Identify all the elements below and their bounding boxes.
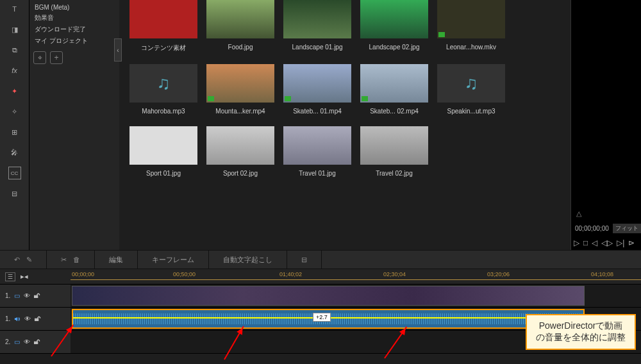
media-item[interactable]: Food.jpg [206,0,274,53]
tree-item[interactable]: ダウンロード完了 [35,24,114,35]
mic-tool-icon[interactable]: 🎤︎ [8,146,21,159]
volume-value: +2.7 [313,313,331,322]
collapse-panel-icon[interactable]: ‹ [114,38,122,62]
grid-tool-icon[interactable]: ⊟ [8,187,21,200]
video-track-icon[interactable]: ▭ [14,338,20,345]
trash-icon[interactable]: 🗑︎ [73,256,80,263]
time-ruler[interactable]: 00;00;00 00;50;00 01;40;02 02;30;04 03;2… [71,269,641,285]
media-item[interactable]: Travel 02.jpg [360,126,428,177]
tool-sidebar: T ◨ ⧉ fx ✦ ✧ ⊞ 🎤︎ CC ⊟ [0,0,29,250]
transcribe-button[interactable]: 自動文字起こし [223,255,272,265]
eye-icon[interactable]: 👁︎ [24,338,30,345]
audio-track-icon[interactable]: 🔊︎ [14,315,21,322]
cc-tool-icon[interactable]: CC [8,167,21,179]
keyframe-button[interactable]: キーフレーム [152,255,194,265]
edit-toolbar: ↶✎ ✂🗑︎ 編集 キーフレーム 自動文字起こし ⊟ [0,250,641,269]
media-item[interactable]: Leonar...how.mkv [437,0,505,53]
eye-icon[interactable]: 👁︎ [24,292,30,299]
text-tool-icon[interactable]: T [8,3,21,15]
media-item[interactable]: Travel 01.jpg [283,126,351,177]
media-item[interactable]: Skateb... 01.mp4 [283,64,351,115]
timecode: 00;00;00;00 [575,225,609,232]
media-item[interactable]: Mounta...ker.mp4 [206,64,274,115]
fit-button[interactable]: フィット [613,224,641,233]
lock-icon[interactable]: 🔓︎ [34,338,40,345]
media-item[interactable]: Skateb... 02.mp4 [360,64,428,115]
tree-item[interactable]: 効果音 [35,12,114,24]
media-item[interactable]: Landscape 01.jpg [283,0,351,53]
video-track-icon[interactable]: ▭ [14,292,20,299]
media-tool-icon[interactable]: ⧉ [8,44,21,56]
rec-icon[interactable]: ◁▷ [601,238,613,247]
cut-icon[interactable]: ✂ [61,256,67,264]
fx-tool-icon[interactable]: fx [8,64,21,77]
snap-icon[interactable]: ▸◂ [21,272,28,281]
play-icon[interactable]: ▷ [574,238,579,247]
lock-icon[interactable]: 🔓︎ [34,292,40,299]
lock-icon[interactable]: 🔓︎ [35,315,41,322]
more-icon[interactable]: ⊟ [301,256,307,264]
media-item[interactable]: Mahoroba.mp3 [129,64,197,115]
media-item[interactable]: Sport 02.jpg [206,126,274,177]
prev-icon[interactable]: ◁ [592,238,597,247]
undo-icon[interactable]: ↶ [14,256,20,264]
tag-add-icon[interactable]: ⌖ [33,51,46,64]
brush-icon[interactable]: ✎ [26,256,32,264]
tag-tools: ⌖ + [33,50,63,65]
magic-tool-icon[interactable]: ✦ [8,85,21,97]
tag-plus-icon[interactable]: + [50,51,63,64]
eye-icon[interactable]: 👁︎ [24,315,31,322]
media-item[interactable]: Landscape 02.jpg [360,0,428,53]
sparkle-tool-icon[interactable]: ✧ [8,105,21,118]
tree-item[interactable]: マイ プロジェクト [35,35,114,47]
annotation-callout: PowerDirectorで動画 の音量を全体的に調整 [526,314,636,350]
next-icon[interactable]: ▷| [617,238,624,247]
preview-panel: △ 00;00;00;00 フィット ▷ □ ◁ ◁▷ ▷| ⊳ [570,0,641,250]
edit-button[interactable]: 編集 [109,255,123,265]
media-item[interactable]: Speakin...ut.mp3 [437,64,505,115]
video-track: 1.▭👁︎🔓︎ [0,285,641,308]
media-item[interactable]: コンテンツ素材 [129,0,197,53]
end-icon[interactable]: ⊳ [628,238,635,247]
clip-tool-icon[interactable]: ◨ [8,23,21,36]
video-clip[interactable] [72,286,585,306]
media-item[interactable]: Sport 01.jpg [129,126,197,177]
library-tree: BGM (Meta) 効果音 ダウンロード完了 マイ プロジェクト ‹ ⌖ + [29,0,119,250]
marker-icon[interactable]: △ [576,210,581,218]
adjust-tool-icon[interactable]: ⊞ [8,126,21,138]
stop-icon[interactable]: □ [583,238,588,247]
track-opts-icon[interactable]: ☰ [5,272,15,281]
media-library: コンテンツ素材 Food.jpg Landscape 01.jpg Landsc… [119,0,570,250]
tree-item[interactable]: BGM (Meta) [35,3,114,12]
